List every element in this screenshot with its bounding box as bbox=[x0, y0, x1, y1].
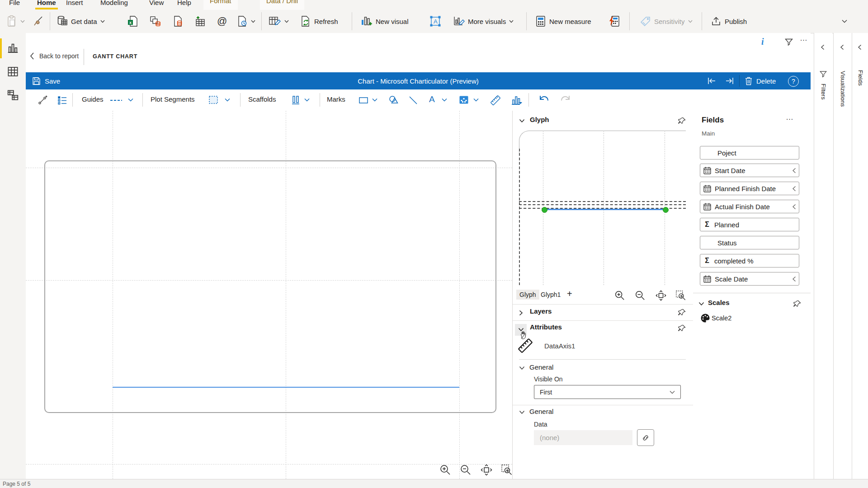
get-data-button[interactable]: Get data bbox=[57, 14, 105, 29]
mark-line-button[interactable] bbox=[408, 95, 418, 105]
attribute-item-dataaxis1[interactable]: DataAxis1 bbox=[517, 338, 575, 354]
undo-button[interactable] bbox=[538, 94, 549, 106]
visible-on-select[interactable]: First bbox=[534, 385, 681, 399]
save-button[interactable]: Save bbox=[32, 72, 60, 89]
glyph1-tab[interactable]: Glyph1 bbox=[541, 291, 561, 298]
plot-segments-dropdown[interactable] bbox=[225, 98, 230, 102]
measure-tool-button[interactable] bbox=[490, 94, 501, 106]
glyph-axis-line[interactable] bbox=[544, 209, 665, 210]
legend-tool-button[interactable] bbox=[57, 95, 67, 105]
expand-chevron-icon[interactable] bbox=[840, 44, 844, 50]
enter-data-button[interactable] bbox=[194, 14, 206, 29]
field-chip-actual-finish-date[interactable]: Actual Finish Date bbox=[700, 200, 799, 213]
report-view-button[interactable] bbox=[7, 42, 19, 54]
data-view-button[interactable] bbox=[7, 66, 19, 78]
glyph-zoom-in-button[interactable] bbox=[614, 290, 625, 301]
data-axis-button[interactable] bbox=[510, 94, 522, 106]
scaffolds-dropdown[interactable] bbox=[304, 98, 310, 102]
import-template-button[interactable] bbox=[707, 77, 717, 85]
glyph-preview[interactable] bbox=[519, 131, 686, 285]
sensitivity-button[interactable]: Sensitivity bbox=[640, 14, 693, 29]
menu-modeling[interactable]: Modeling bbox=[100, 0, 128, 8]
field-chip-start-date[interactable]: Start Date bbox=[700, 164, 799, 177]
menu-view[interactable]: View bbox=[149, 0, 164, 8]
fields-pane-collapsed[interactable]: Fields bbox=[852, 33, 868, 479]
scales-collapse-chevron[interactable] bbox=[698, 302, 704, 306]
menu-insert[interactable]: Insert bbox=[66, 0, 83, 8]
transform-data-button[interactable] bbox=[269, 14, 289, 29]
canvas-marquee-zoom-button[interactable] bbox=[501, 464, 512, 476]
mark-image-button[interactable] bbox=[459, 95, 469, 104]
guides-swatch[interactable] bbox=[110, 99, 123, 102]
plot-segment-outline[interactable] bbox=[44, 160, 496, 413]
layers-collapse-chevron[interactable] bbox=[519, 310, 523, 316]
glyph-zoom-out-button[interactable] bbox=[635, 290, 646, 301]
chevron-left-icon[interactable] bbox=[792, 186, 796, 192]
data-input[interactable]: (none) bbox=[534, 430, 632, 445]
glyph-marquee-zoom-button[interactable] bbox=[675, 290, 686, 301]
dataverse-button[interactable]: @ bbox=[217, 14, 227, 29]
scale-item-scale2[interactable]: Scale2 bbox=[700, 313, 731, 323]
quick-measure-button[interactable] bbox=[609, 14, 620, 29]
model-view-button[interactable] bbox=[7, 89, 19, 101]
menu-help[interactable]: Help bbox=[177, 0, 191, 8]
glyph-fit-button[interactable] bbox=[656, 290, 666, 301]
expand-chevron-icon[interactable] bbox=[858, 44, 862, 50]
scales-pin-button[interactable] bbox=[793, 300, 801, 308]
back-to-report-button[interactable]: Back to report bbox=[29, 52, 79, 60]
scaffolds-swatch[interactable] bbox=[292, 95, 300, 105]
help-button[interactable]: ? bbox=[788, 76, 799, 87]
publish-button[interactable]: Publish bbox=[711, 14, 747, 29]
bind-data-button[interactable] bbox=[637, 429, 654, 446]
excel-workbook-button[interactable]: x bbox=[127, 14, 138, 29]
datasets-button[interactable] bbox=[149, 14, 161, 29]
field-chip-status[interactable]: Status bbox=[700, 236, 799, 249]
filter-button[interactable] bbox=[784, 38, 793, 47]
general2-collapse-chevron[interactable] bbox=[519, 410, 525, 414]
menu-file[interactable]: File bbox=[9, 0, 20, 8]
canvas-zoom-in-button[interactable] bbox=[439, 464, 451, 476]
axis-handle-end[interactable] bbox=[663, 207, 669, 213]
axis-handle-start[interactable] bbox=[542, 207, 547, 213]
fields-more-button[interactable]: … bbox=[786, 113, 794, 122]
menu-format[interactable]: Format bbox=[203, 0, 238, 10]
info-icon[interactable]: i bbox=[761, 37, 764, 47]
data-axis-mark[interactable] bbox=[113, 387, 459, 388]
link-tool-button[interactable] bbox=[38, 95, 47, 105]
attributes-pin-button[interactable] bbox=[678, 324, 686, 332]
export-template-button[interactable] bbox=[725, 77, 735, 85]
mark-rectangle-dropdown[interactable] bbox=[372, 98, 377, 102]
mark-symbol-button[interactable] bbox=[388, 95, 399, 105]
more-options-button[interactable]: … bbox=[800, 34, 808, 43]
field-chip-planned-finish-date[interactable]: Planned Finish Date bbox=[700, 182, 799, 195]
delete-button[interactable]: Delete bbox=[745, 72, 776, 89]
field-chip-scale-date[interactable]: Scale Date bbox=[700, 272, 799, 286]
filters-pane-collapsed[interactable]: Filters bbox=[814, 33, 832, 479]
sql-server-button[interactable] bbox=[173, 14, 184, 29]
menu-data-drill[interactable]: Data / Drill bbox=[260, 0, 304, 10]
redo-button[interactable] bbox=[560, 94, 572, 106]
guides-dropdown[interactable] bbox=[128, 98, 133, 102]
chart-canvas[interactable] bbox=[26, 111, 512, 479]
glyph-pin-button[interactable] bbox=[678, 117, 686, 125]
mark-image-dropdown[interactable] bbox=[473, 98, 479, 102]
mark-text-button[interactable]: A bbox=[429, 94, 435, 104]
chevron-left-icon[interactable] bbox=[792, 168, 796, 174]
field-chip-project[interactable]: Poject bbox=[700, 146, 799, 160]
menu-home[interactable]: Home bbox=[37, 0, 56, 8]
canvas-fit-button[interactable] bbox=[481, 464, 492, 476]
layers-pin-button[interactable] bbox=[678, 309, 686, 316]
text-box-button[interactable]: A bbox=[429, 14, 441, 29]
recent-sources-button[interactable] bbox=[237, 14, 255, 29]
paste-button[interactable] bbox=[7, 14, 25, 29]
refresh-button[interactable]: Refresh bbox=[300, 14, 338, 29]
field-chip-completed[interactable]: Σ completed % bbox=[700, 254, 799, 267]
new-visual-button[interactable]: New visual bbox=[361, 14, 409, 29]
new-measure-button[interactable]: New measure bbox=[535, 14, 591, 29]
more-visuals-button[interactable]: More visuals bbox=[453, 14, 514, 29]
general1-collapse-chevron[interactable] bbox=[519, 366, 525, 370]
field-chip-planned[interactable]: Σ Planned bbox=[700, 218, 799, 231]
mark-rectangle-button[interactable] bbox=[359, 97, 368, 104]
collapse-ribbon-button[interactable] bbox=[842, 14, 847, 29]
chevron-left-icon[interactable] bbox=[792, 204, 796, 210]
